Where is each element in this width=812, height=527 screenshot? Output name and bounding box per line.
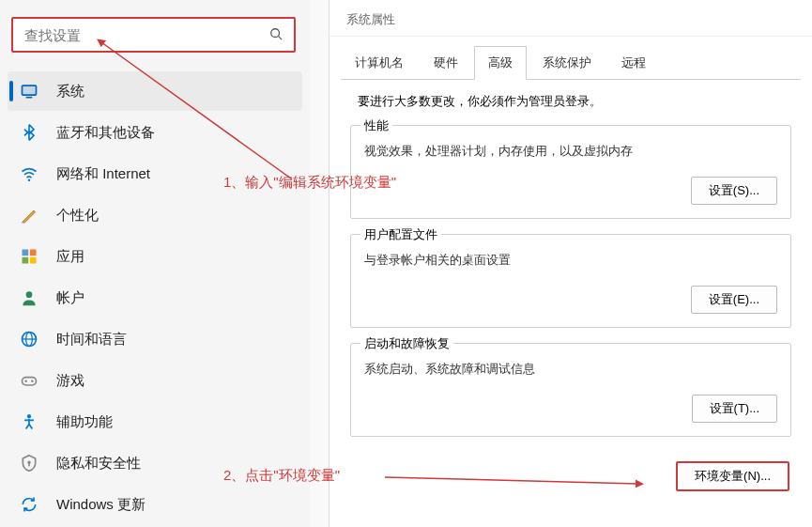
group-desc: 视觉效果，处理器计划，内存使用，以及虚拟内存 [364, 143, 777, 160]
search-icon [269, 27, 283, 43]
nav-label: 游戏 [56, 372, 84, 390]
performance-settings-button[interactable]: 设置(S)... [691, 177, 777, 205]
nav-item-accessibility[interactable]: 辅助功能 [8, 402, 302, 442]
tabs: 计算机名 硬件 高级 系统保护 远程 [329, 37, 812, 80]
tab-computer-name[interactable]: 计算机名 [341, 46, 418, 80]
svg-rect-8 [23, 257, 29, 264]
env-variables-button[interactable]: 环境变量(N)... [676, 461, 789, 491]
tab-remote[interactable]: 远程 [607, 46, 660, 80]
svg-rect-19 [28, 463, 30, 466]
nav-label: 时间和语言 [56, 331, 127, 349]
startup-settings-button[interactable]: 设置(T)... [692, 395, 777, 423]
nav-label: 个性化 [56, 207, 99, 225]
nav-label: 隐私和安全性 [56, 455, 141, 473]
svg-point-0 [271, 28, 280, 37]
brush-icon [19, 205, 39, 225]
group-desc: 与登录帐户相关的桌面设置 [364, 252, 777, 269]
bluetooth-icon [19, 122, 39, 143]
nav-label: 帐户 [56, 289, 84, 307]
nav-list: 系统 蓝牙和其他设备 网络和 Internet 个性化 应用 [0, 71, 310, 524]
nav-item-personalization[interactable]: 个性化 [8, 195, 302, 235]
group-title: 启动和故障恢复 [360, 335, 453, 352]
wifi-icon [19, 163, 39, 184]
nav-label: Windows 更新 [56, 496, 146, 514]
svg-rect-14 [23, 378, 37, 385]
dialog-title: 系统属性 [329, 0, 812, 37]
svg-rect-6 [23, 250, 29, 256]
nav-item-accounts[interactable]: 帐户 [8, 278, 302, 318]
nav-item-system[interactable]: 系统 [8, 71, 302, 111]
nav-item-apps[interactable]: 应用 [8, 237, 302, 276]
svg-point-15 [24, 380, 27, 383]
tab-advanced[interactable]: 高级 [474, 46, 527, 80]
userprofile-group: 用户配置文件 与登录帐户相关的桌面设置 设置(E)... [350, 234, 791, 328]
system-icon [19, 81, 39, 101]
system-properties-dialog: 系统属性 计算机名 硬件 高级 系统保护 远程 要进行大多数更改，你必须作为管理… [329, 0, 812, 527]
shield-icon [19, 453, 39, 473]
nav-item-time-language[interactable]: 时间和语言 [8, 319, 302, 359]
svg-point-17 [27, 414, 31, 418]
svg-rect-3 [23, 85, 37, 95]
svg-point-16 [31, 380, 34, 383]
group-title: 用户配置文件 [360, 226, 441, 243]
nav-label: 辅助功能 [56, 413, 113, 431]
nav-label: 应用 [56, 248, 84, 266]
tab-system-protection[interactable]: 系统保护 [529, 46, 605, 80]
nav-label: 蓝牙和其他设备 [56, 124, 155, 142]
nav-item-network[interactable]: 网络和 Internet [8, 154, 302, 194]
startup-group: 启动和故障恢复 系统启动、系统故障和调试信息 设置(T)... [350, 343, 791, 437]
nav-item-gaming[interactable]: 游戏 [8, 361, 302, 400]
apps-icon [19, 246, 39, 267]
dialog-content: 要进行大多数更改，你必须作为管理员登录。 性能 视觉效果，处理器计划，内存使用，… [329, 80, 812, 504]
globe-icon [19, 329, 39, 349]
nav-item-bluetooth[interactable]: 蓝牙和其他设备 [8, 113, 302, 152]
svg-rect-7 [30, 250, 37, 256]
search-input[interactable] [24, 27, 269, 43]
nav-label: 系统 [56, 83, 84, 101]
svg-point-10 [26, 291, 33, 298]
performance-group: 性能 视觉效果，处理器计划，内存使用，以及虚拟内存 设置(S)... [350, 125, 791, 219]
svg-rect-9 [30, 257, 37, 264]
search-box[interactable] [11, 17, 296, 53]
group-title: 性能 [360, 117, 392, 134]
intro-text: 要进行大多数更改，你必须作为管理员登录。 [358, 93, 791, 110]
svg-point-5 [28, 178, 31, 181]
group-desc: 系统启动、系统故障和调试信息 [364, 361, 777, 378]
userprofile-settings-button[interactable]: 设置(E)... [691, 286, 777, 314]
gamepad-icon [19, 370, 39, 391]
nav-item-privacy[interactable]: 隐私和安全性 [8, 443, 302, 483]
update-icon [19, 494, 39, 515]
person-icon [19, 287, 39, 308]
tab-hardware[interactable]: 硬件 [420, 46, 472, 80]
svg-line-1 [279, 36, 283, 39]
accessibility-icon [19, 411, 39, 432]
settings-sidebar: 系统 蓝牙和其他设备 网络和 Internet 个性化 应用 [0, 0, 310, 527]
nav-label: 网络和 Internet [56, 165, 150, 183]
nav-item-update[interactable]: Windows 更新 [8, 485, 302, 524]
